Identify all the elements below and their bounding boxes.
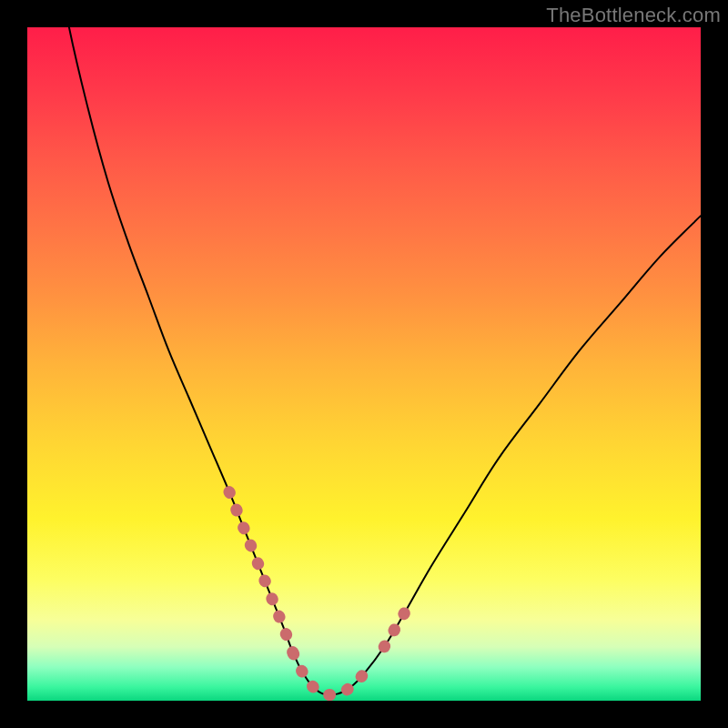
- highlight-segment: [293, 653, 364, 694]
- plot-area: [27, 27, 701, 701]
- bottleneck-curve: [27, 27, 701, 695]
- chart-stage: TheBottleneck.com: [0, 0, 728, 728]
- watermark-text: TheBottleneck.com: [546, 4, 721, 27]
- curve-layer: [27, 27, 701, 701]
- highlight-segment: [384, 613, 404, 647]
- highlight-segments: [229, 492, 404, 695]
